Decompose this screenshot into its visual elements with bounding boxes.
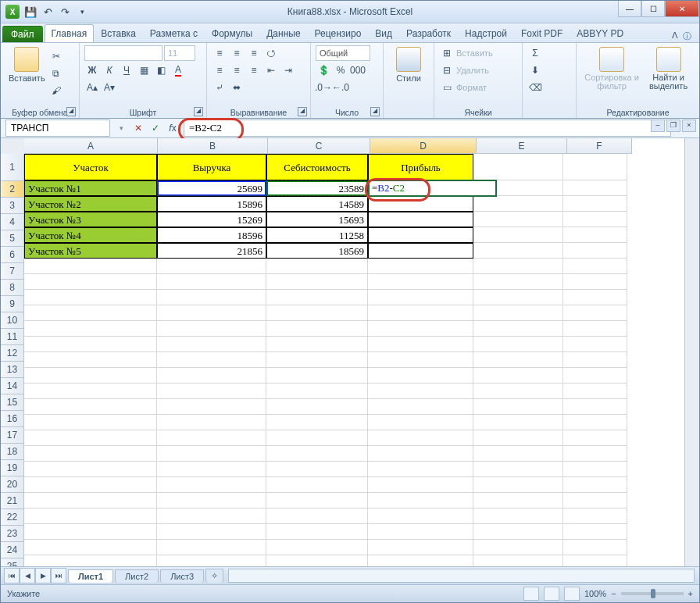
format-cells-label[interactable]: Формат bbox=[456, 83, 487, 92]
col-header-F[interactable]: F bbox=[567, 138, 632, 154]
cell-B24[interactable] bbox=[157, 524, 266, 540]
delete-cells-icon[interactable]: ⊟ bbox=[439, 62, 455, 78]
cell-D14[interactable] bbox=[368, 368, 473, 384]
cell-B11[interactable] bbox=[157, 321, 266, 337]
cell-C19[interactable] bbox=[266, 446, 368, 462]
cell-A6[interactable]: Участок №5 bbox=[24, 243, 157, 259]
cell-F8[interactable] bbox=[563, 274, 627, 290]
cell-A9[interactable] bbox=[24, 290, 157, 305]
tab-developer[interactable]: Разработк bbox=[399, 24, 458, 42]
cell-A4[interactable]: Участок №3 bbox=[24, 212, 157, 227]
underline-icon[interactable]: Ч bbox=[119, 62, 134, 78]
cell-A7[interactable] bbox=[24, 259, 157, 274]
cell-E23[interactable] bbox=[473, 508, 563, 524]
cell-C23[interactable] bbox=[266, 508, 368, 524]
cell-E18[interactable] bbox=[473, 430, 563, 446]
delete-cells-label[interactable]: Удалить bbox=[456, 66, 489, 75]
indent-dec-icon[interactable]: ⇤ bbox=[263, 62, 279, 78]
cell-A23[interactable] bbox=[24, 508, 157, 524]
col-header-D[interactable]: D bbox=[370, 138, 477, 154]
worksheet-grid[interactable]: ABCDEF 123456789101112131415161718192021… bbox=[1, 138, 699, 566]
cell-F23[interactable] bbox=[563, 508, 627, 524]
close-button[interactable]: ✕ bbox=[665, 1, 699, 17]
cell-F19[interactable] bbox=[563, 446, 627, 462]
cell-B1[interactable]: Выручка bbox=[157, 154, 266, 180]
cell-D22[interactable] bbox=[368, 493, 473, 508]
redo-icon[interactable]: ↷ bbox=[59, 5, 71, 18]
merge-icon[interactable]: ⬌ bbox=[229, 80, 245, 95]
row-header-9[interactable]: 9 bbox=[1, 296, 24, 312]
cell-E8[interactable] bbox=[473, 274, 563, 290]
sheet-last-icon[interactable]: ⏭ bbox=[51, 568, 66, 583]
cell-E20[interactable] bbox=[473, 462, 563, 477]
cell-E10[interactable] bbox=[473, 305, 563, 321]
cell-B17[interactable] bbox=[157, 415, 266, 430]
cell-F17[interactable] bbox=[563, 415, 627, 430]
comma-icon[interactable]: 000 bbox=[350, 62, 366, 78]
cell-E13[interactable] bbox=[473, 352, 563, 368]
cell-A1[interactable]: Участок bbox=[24, 154, 157, 180]
cell-B23[interactable] bbox=[157, 508, 266, 524]
cell-C20[interactable] bbox=[266, 462, 368, 477]
format-painter-icon[interactable]: 🖌 bbox=[48, 83, 64, 98]
align-mid-icon[interactable]: ≡ bbox=[229, 45, 245, 61]
row-header-23[interactable]: 23 bbox=[1, 526, 24, 542]
cell-A20[interactable] bbox=[24, 462, 157, 477]
row-header-20[interactable]: 20 bbox=[1, 476, 24, 493]
cell-E9[interactable] bbox=[473, 290, 563, 305]
zoom-slider[interactable] bbox=[621, 592, 684, 595]
border-icon[interactable]: ▦ bbox=[136, 62, 152, 78]
cell-C12[interactable] bbox=[266, 337, 368, 352]
orientation-icon[interactable]: ⭯ bbox=[263, 45, 279, 61]
cell-D6[interactable] bbox=[368, 243, 473, 259]
cell-E6[interactable] bbox=[473, 243, 563, 259]
insert-cells-label[interactable]: Вставить bbox=[456, 48, 493, 58]
active-cell-d2[interactable]: =B2-C2 bbox=[368, 180, 497, 197]
row-header-10[interactable]: 10 bbox=[1, 312, 24, 329]
sheet-tab-2[interactable]: Лист2 bbox=[115, 569, 159, 583]
vertical-scrollbar[interactable] bbox=[684, 138, 699, 566]
row-header-2[interactable]: 2 bbox=[1, 181, 24, 198]
cell-A18[interactable] bbox=[24, 430, 157, 446]
row-header-17[interactable]: 17 bbox=[1, 427, 24, 444]
cell-A8[interactable] bbox=[24, 274, 157, 290]
cell-A10[interactable] bbox=[24, 305, 157, 321]
cell-A26[interactable] bbox=[24, 555, 157, 566]
cell-C14[interactable] bbox=[266, 368, 368, 384]
cell-D24[interactable] bbox=[368, 524, 473, 540]
sheet-next-icon[interactable]: ▶ bbox=[35, 568, 51, 583]
new-sheet-icon[interactable]: ✧ bbox=[205, 569, 223, 583]
cell-A12[interactable] bbox=[24, 337, 157, 352]
cell-A5[interactable]: Участок №4 bbox=[24, 227, 157, 243]
cell-B19[interactable] bbox=[157, 446, 266, 462]
row-header-22[interactable]: 22 bbox=[1, 509, 24, 526]
cell-D19[interactable] bbox=[368, 446, 473, 462]
row-header-15[interactable]: 15 bbox=[1, 394, 24, 411]
row-header-12[interactable]: 12 bbox=[1, 345, 24, 362]
name-box[interactable]: ТРАНСП bbox=[5, 120, 110, 137]
row-header-7[interactable]: 7 bbox=[1, 263, 24, 280]
col-header-E[interactable]: E bbox=[477, 138, 567, 154]
zoom-in-icon[interactable]: + bbox=[688, 589, 693, 598]
cell-E19[interactable] bbox=[473, 446, 563, 462]
find-select-button[interactable]: Найти и выделить bbox=[642, 45, 695, 92]
cell-D15[interactable] bbox=[368, 384, 473, 399]
tab-formulas[interactable]: Формулы bbox=[205, 24, 259, 42]
cell-D21[interactable] bbox=[368, 477, 473, 493]
cell-D25[interactable] bbox=[368, 540, 473, 555]
cell-B14[interactable] bbox=[157, 368, 266, 384]
cell-A25[interactable] bbox=[24, 540, 157, 555]
cell-E5[interactable] bbox=[473, 227, 563, 243]
wrap-icon[interactable]: ⤶ bbox=[212, 80, 227, 95]
cell-A13[interactable] bbox=[24, 352, 157, 368]
cell-D13[interactable] bbox=[368, 352, 473, 368]
cell-E7[interactable] bbox=[473, 259, 563, 274]
cell-F6[interactable] bbox=[563, 243, 627, 259]
row-header-5[interactable]: 5 bbox=[1, 230, 24, 247]
col-header-A[interactable]: A bbox=[24, 138, 158, 154]
cell-D4[interactable] bbox=[368, 212, 473, 227]
inc-decimal-icon[interactable]: .0→ bbox=[316, 80, 331, 95]
cell-F21[interactable] bbox=[563, 477, 627, 493]
cell-C26[interactable] bbox=[266, 555, 368, 566]
cell-B21[interactable] bbox=[157, 477, 266, 493]
